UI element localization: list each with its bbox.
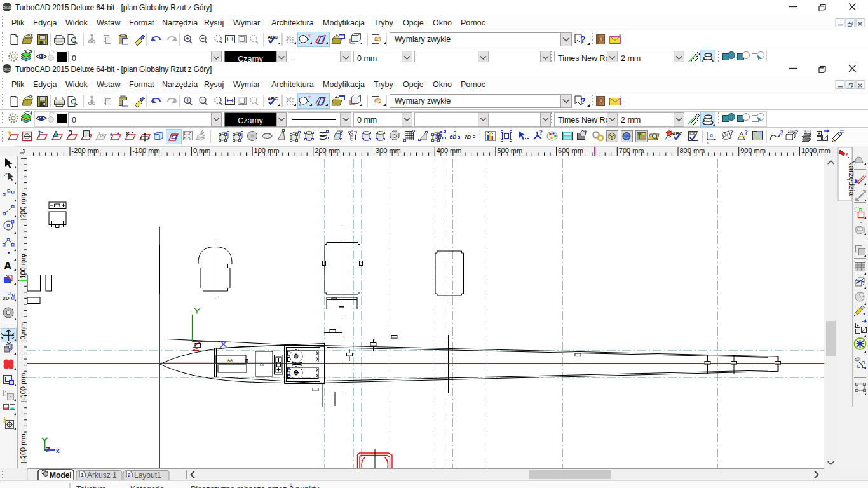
svg-text:500 mm: 500 mm	[497, 147, 522, 154]
svg-text:2: 2	[128, 472, 131, 478]
svg-text:200 mm: 200 mm	[315, 147, 340, 154]
svg-text:300 mm: 300 mm	[376, 147, 401, 154]
svg-text:?: ?	[780, 129, 783, 136]
svg-text:S=?: S=?	[804, 129, 811, 134]
svg-text:-100 mm: -100 mm	[132, 147, 159, 154]
svg-text:100 mm: 100 mm	[254, 147, 280, 154]
svg-text:-100 mm: -100 mm	[19, 373, 27, 400]
svg-text:-200 mm: -200 mm	[72, 147, 99, 154]
svg-text:Rx: Rx	[260, 363, 264, 367]
svg-text:?: ?	[796, 129, 799, 135]
svg-text:?: ?	[745, 129, 748, 136]
svg-text:200 mm: 200 mm	[19, 193, 27, 218]
svg-text:?: ?	[730, 129, 733, 136]
svg-text:x: x	[56, 447, 60, 454]
svg-text:3D: 3D	[3, 295, 9, 301]
svg-text:x: x	[707, 140, 709, 144]
svg-text:Tekstura: Tekstura	[76, 485, 106, 488]
svg-text:A: A	[4, 260, 11, 272]
svg-text:ABC: ABC	[672, 131, 683, 137]
svg-text:1: 1	[81, 472, 84, 478]
svg-text:900 mm: 900 mm	[740, 147, 766, 154]
svg-text:Arkusz 1: Arkusz 1	[87, 471, 117, 480]
svg-text:AA: AA	[227, 358, 233, 362]
svg-text:Layout1: Layout1	[134, 471, 161, 480]
svg-text:0 mm: 0 mm	[193, 147, 211, 154]
svg-text:0 mm: 0 mm	[19, 322, 27, 340]
svg-text:100 mm: 100 mm	[19, 254, 27, 279]
svg-text:400 mm: 400 mm	[437, 147, 462, 154]
svg-text:Płaszczyzna robocza przez 3 pu: Płaszczyzna robocza przez 3 punkty	[191, 485, 320, 488]
svg-text:600 mm: 600 mm	[558, 147, 583, 154]
svg-text:U=?: U=?	[788, 128, 796, 133]
svg-text:700 mm: 700 mm	[619, 147, 644, 154]
svg-text:-200 mm: -200 mm	[19, 433, 27, 461]
svg-text:?: ?	[539, 129, 543, 136]
svg-text:800 mm: 800 mm	[680, 147, 705, 154]
svg-text:Model: Model	[50, 471, 72, 480]
svg-text:Kategoria: Kategoria	[130, 485, 165, 488]
svg-text:Narzędzia: Narzędzia	[847, 160, 856, 196]
